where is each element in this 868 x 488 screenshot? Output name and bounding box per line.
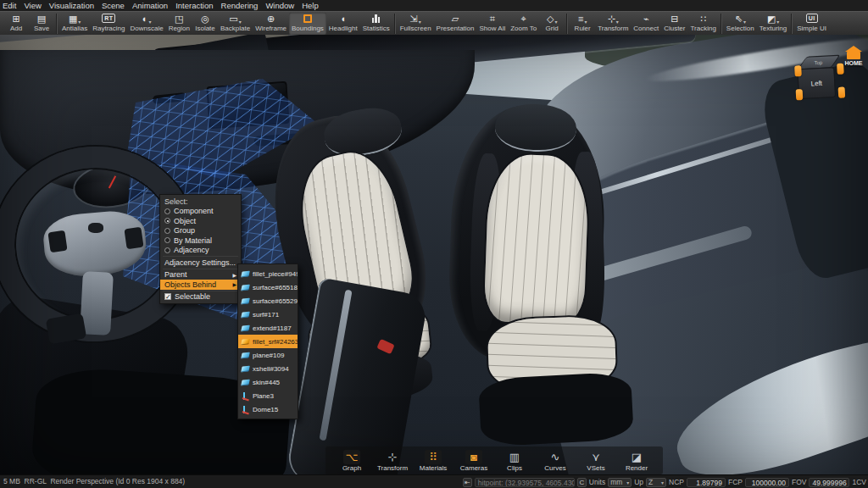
cube-corner-handle[interactable] [837,64,844,75]
toolbar-connect[interactable]: ⌁Connect [631,13,661,35]
viewport-3d[interactable] [0,35,868,488]
toolbar-simple-ui[interactable]: UISimple UI [794,13,829,35]
toolbar-show-all[interactable]: ⌗Show All [477,13,509,35]
menu-edit[interactable]: Edit [3,1,16,10]
context-menu-item-objects-behind[interactable]: Objects Behind▶ [160,280,241,290]
toolbar-tracking[interactable]: ∷Tracking [687,13,718,35]
dock-curves[interactable]: ∿Curves [536,449,575,472]
dropdown-arrow-icon: ▾ [239,19,242,25]
fcp-input[interactable]: 100000.00 [745,478,789,487]
up-axis-value: Z [648,478,653,486]
context-menu-item-selectable[interactable]: ✓Selectable [160,292,241,302]
submenu-item-fillet-piece-9497[interactable]: fillet_piece#9497 [238,267,298,280]
submenu-arrow-icon: ▶ [232,272,236,278]
toolbar-region[interactable]: ◳Region [166,13,192,35]
menu-item-label: Adjacency [174,246,209,254]
dock-cameras[interactable]: ◙Cameras [454,449,493,472]
toolbar-backplate[interactable]: ▭▾Backplate [218,13,253,35]
menu-scene[interactable]: Scene [102,1,125,10]
up-axis-select[interactable]: Z▾ [646,478,666,487]
submenu-item-xshell-3094[interactable]: xshell#3094 [238,362,298,375]
dock-render[interactable]: ◪Render [617,449,656,472]
toolbar-zoom-to[interactable]: ⌖Zoom To [508,13,539,35]
application-window: EditViewVisualizationSceneAnimationInter… [0,0,868,488]
context-menu-item-adjacency-settings[interactable]: Adjacency Settings... [160,258,241,268]
toolbar-label: Isolate [195,25,215,33]
radio-icon [164,247,170,253]
save-icon: ▤ [37,14,46,24]
toolbar-presentation[interactable]: ▱Presentation [434,13,477,35]
dock-vsets[interactable]: ⋎VSets [576,449,615,472]
menu-view[interactable]: View [24,1,41,10]
dock-label: VSets [576,464,615,472]
hitpoint-field[interactable]: hitpoint: (32.939575, 4605.4309... [475,478,575,487]
submenu-item-skin-445[interactable]: skin#445 [238,375,298,389]
dock-graph[interactable]: ⌥Graph [332,449,371,472]
submenu-item-plane3[interactable]: Plane3 [238,389,298,402]
units-select[interactable]: mm▾ [608,478,632,487]
context-menu-item-component[interactable]: Component [160,207,241,217]
submenu-item-surf-171[interactable]: surf#171 [238,308,298,321]
dock-transform[interactable]: ⊹Transform [373,449,412,472]
ncp-input[interactable]: 1.89799 [687,478,726,487]
menu-animation[interactable]: Animation [132,1,168,10]
submenu-item-dome15[interactable]: Dome15 [238,402,298,416]
toolbar-icon-row: ◖ [329,13,358,25]
submenu-item-label: skin#445 [253,379,280,386]
add-icon: ⊞ [12,14,19,24]
menu-rendering[interactable]: Rendering [221,1,259,10]
toolbar-antialias[interactable]: ▦▾Antialias [59,13,90,35]
toolbar-grid[interactable]: ◇▾Grid [539,13,565,35]
tracking-icon: ∷ [700,14,706,24]
wireframe-icon: ⊕ [267,14,275,24]
submenu-item-plane-109[interactable]: plane#109 [238,348,298,362]
menu-help[interactable]: Help [302,1,319,10]
submenu-item-fillet-srf-24263[interactable]: fillet_srf#24263 [238,335,298,348]
context-menu-item-parent[interactable]: Parent▶ [160,270,241,280]
clear-button[interactable]: C [577,478,587,487]
menu-interaction[interactable]: Interaction [175,1,213,10]
toolbar-headlight[interactable]: ◖Headlight [326,13,360,35]
cube-corner-handle[interactable] [838,86,846,97]
dock-materials[interactable]: ⠿Materials [414,449,453,472]
submenu-item-extend-1187[interactable]: extend#1187 [238,321,298,335]
context-menu-item-group[interactable]: Group [160,226,241,236]
toolbar-icon-row: ◇▾ [542,13,562,25]
fov-input[interactable]: 49.999996 [809,478,849,487]
cube-corner-handle[interactable] [794,65,802,76]
locator-axes-icon [242,392,249,400]
toolbar-transform[interactable]: ⊹▾Transform [595,13,631,35]
toolbar-icon-row: ⊕ [255,13,287,25]
curves-icon: ∿ [547,450,564,464]
toolbar-isolate[interactable]: ◎Isolate [192,13,218,35]
toolbar-texturing[interactable]: ◩▾Texturing [757,13,789,35]
toolbar-save[interactable]: ▤Save [29,13,54,35]
toolbar-statistics[interactable]: Statistics [360,13,392,35]
context-menu-item-object[interactable]: Object [160,216,241,226]
toolbar-label: Cluster [664,25,685,33]
submenu-item-surface-655294[interactable]: surface#655294 [238,294,298,308]
view-cube-front-face[interactable]: Left [797,67,836,99]
toolbar-selection[interactable]: ⇖▾Selection [724,13,757,35]
toolbar-icon-row: ⌖ [510,13,537,25]
context-menu-item-by-material[interactable]: By Material [160,236,241,246]
submenu-item-surface-655189[interactable]: surface#655189 [238,280,298,294]
hitpoint-locate-button[interactable]: ⇤ [463,478,472,487]
view-cube[interactable]: Top Left [797,55,843,103]
toolbar-icon-row: ◳ [169,13,190,25]
toolbar-boundings[interactable]: Boundings [289,13,326,35]
toolbar-add[interactable]: ⊞Add [3,13,29,35]
menu-visualization[interactable]: Visualization [49,1,94,10]
toolbar-wireframe[interactable]: ⊕Wireframe [253,13,289,35]
menu-window[interactable]: Window [265,1,294,10]
toolbar-fullscreen[interactable]: ⇲▾Fullscreen [398,13,434,35]
toolbar-label: Save [31,25,52,33]
toolbar-downscale[interactable]: ◐▾Downscale [128,13,166,35]
toolbar-raytracing[interactable]: RTRaytracing [90,13,127,35]
cube-corner-handle[interactable] [796,89,804,100]
toolbar-ruler[interactable]: ≡▾Ruler [570,13,595,35]
dock-clips[interactable]: ▥Clips [495,449,534,472]
context-menu-item-adjacency[interactable]: Adjacency [160,246,241,256]
surface-icon [241,311,250,318]
toolbar-cluster[interactable]: ⊟Cluster [661,13,687,35]
